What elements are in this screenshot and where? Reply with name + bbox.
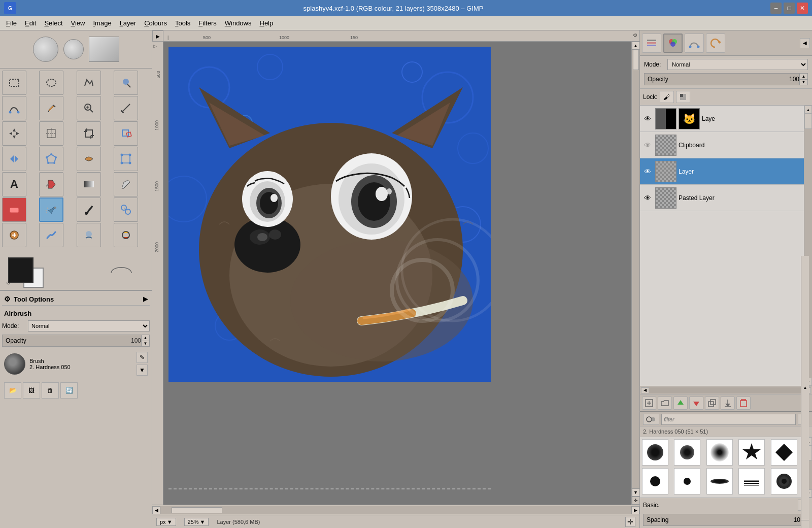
rpanel-tab-channels[interactable]	[663, 34, 683, 53]
brush-cell-9[interactable]	[771, 468, 797, 494]
hscroll-right[interactable]: ▶	[631, 506, 639, 514]
brush-edit[interactable]: ✎	[137, 352, 148, 363]
menu-edit[interactable]: Edit	[21, 18, 40, 28]
spacing-down[interactable]: ▼	[801, 520, 809, 529]
layers-scroll-up[interactable]: ▲	[804, 106, 812, 114]
brush-cell-1[interactable]	[674, 439, 700, 466]
hscroll-left[interactable]: ◀	[152, 506, 160, 514]
tool-text[interactable]: A	[2, 172, 26, 196]
layer-new[interactable]	[642, 397, 656, 410]
layer-anchor[interactable]	[721, 397, 735, 410]
unit-selector[interactable]: px ▼	[156, 518, 176, 526]
foreground-color[interactable]	[8, 257, 33, 283]
scroll-corner[interactable]: ▶	[152, 30, 163, 42]
menu-image[interactable]: Image	[89, 18, 115, 28]
layer-move-up[interactable]	[673, 397, 688, 410]
spacing-row[interactable]: Spacing 10,0 ▲ ▼	[643, 514, 809, 526]
tool-ellipse-select[interactable]	[39, 71, 63, 95]
layer-move-down[interactable]	[689, 397, 703, 410]
layers-hscroll-left[interactable]: ◀	[641, 387, 649, 393]
bottom-tool1[interactable]: 📂	[4, 382, 21, 399]
opacity-down[interactable]: ▼	[142, 341, 149, 347]
brush-cell-8[interactable]	[738, 468, 765, 494]
tool-unified[interactable]	[114, 147, 138, 171]
layers-hscroll-track[interactable]	[649, 387, 803, 393]
opacity-slider[interactable]: Opacity 100,0 ▲ ▼	[2, 335, 150, 347]
close-button[interactable]: ✕	[797, 3, 808, 14]
rpanel-tab-undo[interactable]	[706, 34, 725, 53]
layer-eye-0[interactable]: 👁	[642, 113, 653, 124]
brushes-tab1[interactable]	[643, 414, 659, 425]
tool-gradient[interactable]	[77, 172, 101, 196]
rpanel-tab-paths[interactable]	[685, 34, 704, 53]
menu-colours[interactable]: Colours	[140, 18, 171, 28]
layer-item-2[interactable]: 👁 Layer	[640, 158, 804, 185]
menu-windows[interactable]: Windows	[221, 18, 256, 28]
rpanel-tab-layers[interactable]	[642, 34, 661, 53]
layer-delete[interactable]	[736, 397, 751, 410]
menu-tools[interactable]: Tools	[171, 18, 194, 28]
layers-opacity-up[interactable]: ▲	[800, 74, 807, 79]
ruler-config[interactable]: ⚙	[633, 32, 637, 38]
zoom-selector[interactable]: 25% ▼	[184, 518, 209, 526]
layer-open[interactable]	[658, 397, 672, 410]
tool-flip[interactable]	[2, 147, 26, 171]
tool-heal[interactable]	[2, 223, 26, 247]
menu-help[interactable]: Help	[255, 18, 277, 28]
layers-opacity-down[interactable]: ▼	[800, 79, 807, 85]
layer-duplicate[interactable]	[705, 397, 719, 410]
vscroll-down[interactable]: ▼	[632, 488, 640, 497]
bottom-tool3[interactable]: 🗑	[42, 382, 59, 399]
brushes-filter-input[interactable]	[661, 414, 796, 425]
tool-options-arrow[interactable]: ▶	[143, 295, 148, 303]
tool-align[interactable]	[39, 121, 63, 146]
brush-cell-2[interactable]	[706, 439, 733, 466]
swap-colors-icon[interactable]	[106, 260, 137, 286]
tool-cage[interactable]	[39, 147, 63, 171]
lock-alpha[interactable]	[676, 91, 690, 103]
vscroll-track[interactable]	[632, 50, 639, 488]
layer-item-3[interactable]: 👁 Pasted Layer	[640, 185, 804, 211]
tool-color-pick[interactable]	[39, 96, 63, 120]
vscroll-nav[interactable]: ✛	[632, 497, 640, 505]
layers-opacity-slider[interactable]: Opacity 100,0 ▲ ▼	[644, 73, 808, 85]
tool-smudge[interactable]	[39, 223, 63, 247]
tool-crop[interactable]	[77, 121, 101, 146]
lock-pixels[interactable]: 🖌	[660, 91, 674, 103]
layers-scroll-thumb[interactable]	[804, 114, 812, 129]
layer-eye-3[interactable]: 👁	[642, 192, 653, 204]
layer-item-1[interactable]: 👁 Clipboard	[640, 132, 804, 158]
maximize-button[interactable]: □	[784, 3, 795, 14]
hscroll-thumb[interactable]	[172, 507, 222, 513]
tool-warp[interactable]	[77, 147, 101, 171]
tool-blur[interactable]	[77, 223, 101, 247]
vscroll-up[interactable]: ▲	[632, 42, 640, 50]
tool-move[interactable]	[2, 121, 26, 146]
layer-eye-2[interactable]: 👁	[642, 166, 653, 177]
tool-rect-select[interactable]	[2, 71, 26, 95]
brush-cell-4[interactable]	[771, 439, 797, 466]
tool-ink[interactable]	[77, 197, 101, 222]
mode-select[interactable]: Normal Dissolve Multiply	[28, 320, 150, 332]
tool-zoom[interactable]	[77, 96, 101, 120]
menu-filters[interactable]: Filters	[194, 18, 220, 28]
horizontal-scrollbar[interactable]	[160, 506, 631, 514]
menu-layer[interactable]: Layer	[116, 18, 141, 28]
brush-cell-6[interactable]	[674, 468, 700, 494]
brush-cell-5[interactable]	[642, 468, 668, 494]
vscroll-thumb[interactable]	[633, 50, 639, 70]
layer-item-0[interactable]: 👁 🐱 Laye	[640, 106, 804, 132]
ruler-left-config[interactable]: ▷	[153, 44, 162, 53]
tool-pencil[interactable]	[114, 172, 138, 196]
canvas-viewport[interactable]	[163, 42, 631, 505]
tool-fuzzy-select[interactable]	[114, 71, 138, 95]
canvas-nav[interactable]: ✛	[625, 517, 635, 527]
menu-file[interactable]: File	[2, 18, 21, 28]
brush-scroll-down[interactable]: ▼	[137, 365, 148, 376]
spacing-up[interactable]: ▲	[801, 256, 809, 520]
opacity-up[interactable]: ▲	[142, 335, 149, 341]
layers-mode-select[interactable]: Normal Multiply Screen	[667, 59, 808, 70]
brush-cell-3[interactable]	[738, 439, 765, 466]
brush-cell-0[interactable]	[642, 439, 668, 466]
tool-bucket-fill[interactable]	[39, 172, 63, 196]
